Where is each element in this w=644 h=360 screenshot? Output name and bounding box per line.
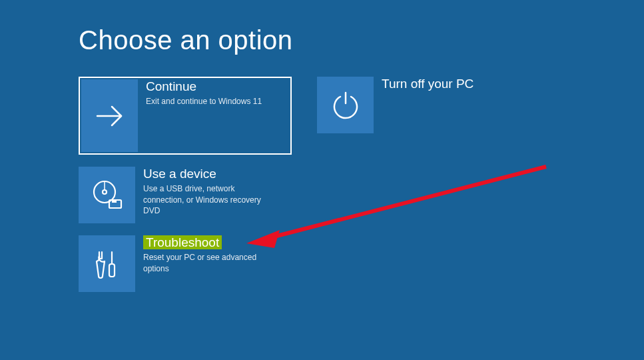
usedevice-content: Use a device Use a USB drive, network co…	[135, 167, 276, 217]
option-tiles: Continue Exit and continue to Windows 11…	[79, 77, 527, 304]
svg-rect-8	[109, 264, 115, 277]
tile-row-1: Continue Exit and continue to Windows 11…	[79, 77, 527, 155]
continue-title: Continue	[146, 79, 262, 95]
tile-row-2: Use a device Use a USB drive, network co…	[79, 167, 527, 223]
power-icon	[317, 77, 374, 133]
page-title: Choose an option	[79, 25, 293, 55]
turnoff-tile[interactable]: Turn off your PC	[317, 77, 527, 155]
troubleshoot-desc: Reset your PC or see advanced options	[143, 252, 276, 275]
troubleshoot-highlight: Troubleshoot	[143, 235, 222, 249]
usedevice-tile[interactable]: Use a device Use a USB drive, network co…	[79, 167, 288, 223]
continue-content: Continue Exit and continue to Windows 11	[138, 79, 262, 107]
continue-arrow-icon	[81, 79, 138, 152]
continue-tile[interactable]: Continue Exit and continue to Windows 11	[79, 77, 292, 155]
disc-device-icon	[79, 167, 135, 223]
continue-desc: Exit and continue to Windows 11	[146, 96, 262, 107]
svg-rect-6	[112, 200, 117, 203]
usedevice-title: Use a device	[143, 167, 276, 182]
tools-icon	[79, 235, 135, 292]
turnoff-title: Turn off your PC	[382, 77, 474, 92]
troubleshoot-content: Troubleshoot Reset your PC or see advanc…	[135, 235, 276, 274]
troubleshoot-title: Troubleshoot	[143, 235, 276, 251]
svg-point-3	[103, 190, 107, 194]
tile-row-3: Troubleshoot Reset your PC or see advanc…	[79, 235, 527, 292]
usedevice-desc: Use a USB drive, network connection, or …	[143, 183, 276, 217]
troubleshoot-tile[interactable]: Troubleshoot Reset your PC or see advanc…	[79, 235, 288, 292]
turnoff-content: Turn off your PC	[374, 77, 474, 93]
